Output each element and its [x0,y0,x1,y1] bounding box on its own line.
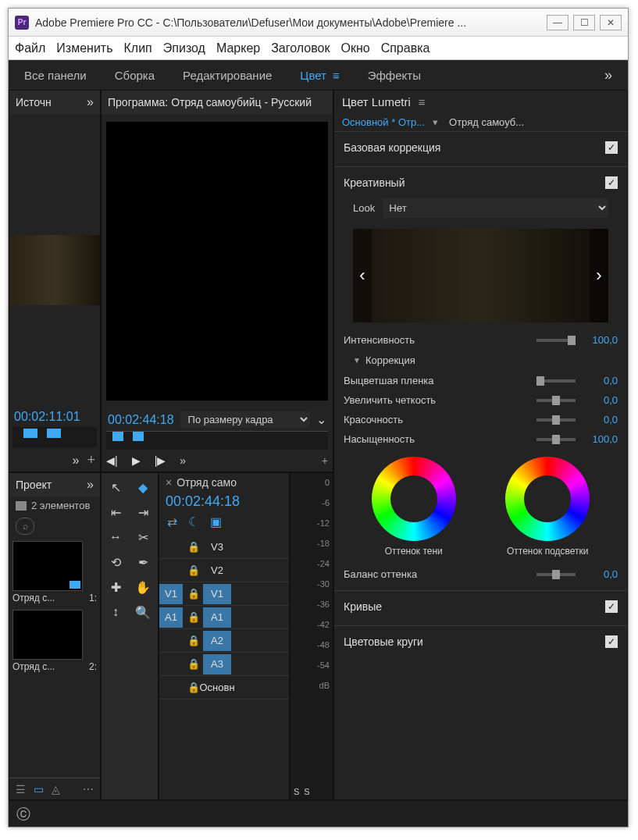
sharpen-slider[interactable] [536,399,576,402]
workspace-overflow-icon[interactable]: » [604,67,612,84]
solo-left[interactable]: S [294,787,299,796]
curves-title[interactable]: Кривые [344,600,382,613]
track-name[interactable]: A3 [203,654,231,674]
menu-marker[interactable]: Маркер [216,41,260,55]
slip-tool[interactable]: ⟲ [105,553,127,571]
lock-icon[interactable]: 🔒 [184,564,203,576]
project-search-input[interactable]: ⌕ [16,518,34,535]
menu-window[interactable]: Окно [340,41,369,55]
track-row[interactable]: A1🔒A1 [159,606,289,629]
look-prev-button[interactable]: ‹ [353,229,372,322]
program-ruler[interactable] [106,431,328,450]
creative-title[interactable]: Креативный [344,176,405,189]
program-zoom-chevron-icon[interactable]: ⌄ [316,412,326,427]
icon-view-icon[interactable]: ▭ [34,783,44,796]
track-row[interactable]: 🔒V3 [159,536,289,559]
freeform-view-icon[interactable]: ◬ [52,783,60,796]
vibrance-value[interactable]: 0,0 [583,414,618,425]
track-name[interactable]: A1 [203,607,231,628]
lumetri-clip-link[interactable]: Отряд самоуб... [449,116,524,128]
ripple-tool[interactable]: ⇤ [105,503,127,521]
workspace-menu-icon[interactable]: ≡ [333,69,340,82]
menu-edit[interactable]: Изменить [56,41,112,55]
menu-clip[interactable]: Клип [124,41,152,55]
hand-tool[interactable]: ✋ [132,578,154,596]
lock-icon[interactable]: 🔒 [184,658,203,670]
solo-right[interactable]: S [304,787,309,796]
source-overflow2-icon[interactable]: » [73,454,80,468]
project-item[interactable]: Отряд с...2: [12,610,97,674]
track-source-tag[interactable] [159,561,183,581]
menu-title[interactable]: Заголовок [271,41,330,55]
play-button[interactable]: ▶ [132,454,141,467]
creative-checkbox[interactable]: ✓ [605,176,618,189]
source-in-marker[interactable] [23,429,37,438]
shadow-tint-wheel[interactable] [372,457,456,541]
timeline-close-icon[interactable]: × [166,476,172,489]
menu-help[interactable]: Справка [381,41,430,55]
source-panel-header[interactable]: Источн » [9,91,100,114]
rolling-tool[interactable]: ⇥ [132,503,154,521]
track-source-tag[interactable]: A1 [159,607,183,628]
program-add-button[interactable]: + [322,454,328,467]
curves-checkbox[interactable]: ✓ [605,600,618,613]
track-name[interactable]: V2 [203,561,231,581]
timeline-timecode[interactable]: 00:02:44:18 [166,493,240,509]
lock-icon[interactable]: 🔒 [184,611,203,623]
project-item[interactable]: Отряд с...1: [12,541,97,605]
snap-icon[interactable]: ⇄ [167,514,177,529]
track-row[interactable]: V1🔒V1 [159,582,289,606]
program-timecode[interactable]: 00:02:44:18 [108,413,174,427]
lumetri-menu-icon[interactable]: ≡ [419,95,426,109]
slide-tool[interactable]: ✒ [132,553,154,571]
selection-tool[interactable]: ↖ [105,478,127,497]
basic-correction-title[interactable]: Базовая коррекция [344,141,440,154]
program-panel-header[interactable]: Программа: Отряд самоубийц - Русский [102,91,333,114]
minimize-button[interactable]: — [547,15,568,30]
program-monitor[interactable] [106,122,328,400]
lumetri-dropdown-icon[interactable]: ▾ [433,116,438,128]
type-tool[interactable]: ↕ [105,603,127,621]
track-row[interactable]: 🔒A3 [159,653,289,676]
track-source-tag[interactable] [159,537,183,557]
project-overflow-icon[interactable]: » [87,478,94,492]
lumetri-master-link[interactable]: Основной * Отр... [342,116,425,128]
tint-balance-slider[interactable] [536,573,576,576]
step-forward-button[interactable]: |▶ [155,454,166,467]
add-marker-icon[interactable]: ▣ [210,514,222,529]
lock-icon[interactable]: 🔒 [184,635,203,646]
program-zoom-select[interactable]: По размеру кадра [180,411,310,428]
vibrance-slider[interactable] [536,418,576,422]
look-next-button[interactable]: › [590,229,608,322]
razor-tool[interactable]: ✂ [132,528,154,546]
intensity-value[interactable]: 100,0 [583,334,618,346]
workspace-assembly[interactable]: Сборка [115,69,155,82]
look-select[interactable]: Нет [383,198,608,218]
source-overflow-icon[interactable]: » [87,95,94,109]
color-wheels-title[interactable]: Цветовые круги [344,635,423,648]
track-source-tag[interactable] [159,678,183,698]
track-name[interactable]: Основн [203,678,231,698]
maximize-button[interactable]: ☐ [573,15,595,30]
list-view-icon[interactable]: ☰ [16,783,26,796]
project-panel-header[interactable]: Проект » [9,473,100,497]
lock-icon[interactable]: 🔒 [184,588,203,600]
track-name[interactable]: A2 [203,631,231,651]
out-point-marker[interactable] [133,432,144,441]
source-out-marker[interactable] [47,429,61,438]
step-back-button[interactable]: ◀| [106,454,118,467]
sharpen-value[interactable]: 0,0 [583,394,618,406]
linked-selection-icon[interactable]: ☾ [188,514,199,529]
workspace-effects[interactable]: Эффекты [368,69,421,82]
track-source-tag[interactable] [159,654,183,674]
rate-stretch-tool[interactable]: ↔ [105,528,127,546]
source-thumbnail[interactable] [9,235,100,305]
tint-balance-value[interactable]: 0,0 [583,568,618,580]
track-source-tag[interactable]: V1 [159,584,183,604]
menu-file[interactable]: Файл [15,41,45,55]
zoom-tool[interactable]: 🔍 [132,603,154,621]
timeline-tab-label[interactable]: Отряд само [176,476,237,489]
track-row[interactable]: 🔒A2 [159,629,289,653]
lock-icon[interactable]: 🔒 [184,541,203,553]
project-more-icon[interactable]: ⋯ [83,783,94,796]
